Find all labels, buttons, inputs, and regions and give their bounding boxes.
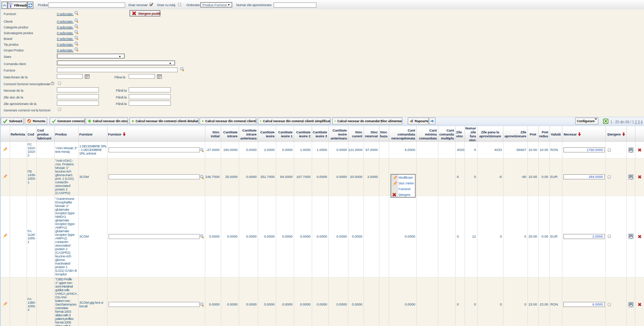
- svg-text:?: ?: [52, 82, 53, 84]
